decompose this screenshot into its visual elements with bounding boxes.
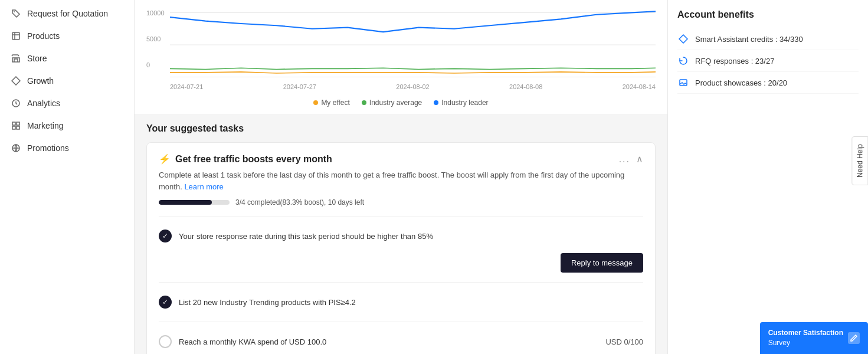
progress-bar-fill: [159, 200, 212, 205]
legend-my-effect: My effect: [313, 99, 349, 107]
sidebar-item-store[interactable]: Store: [0, 47, 134, 70]
sidebar-item-products[interactable]: Products: [0, 25, 134, 47]
box-icon: [11, 31, 21, 41]
check-icon-filled-2: ✓: [159, 296, 172, 309]
survey-label-line1: Customer Satisfaction: [768, 328, 843, 338]
svg-rect-3: [12, 122, 15, 125]
x-label-4: 2024-08-08: [509, 83, 542, 90]
progress-text: 3/4 completed(83.3% boost), 10 days left: [235, 198, 364, 206]
customer-survey-button[interactable]: Customer Satisfaction Survey: [760, 322, 868, 354]
svg-point-0: [14, 11, 15, 12]
account-benefits-title: Account benefits: [677, 9, 859, 20]
task-item-industry-trending: ✓ List 20 new Industry Trending products…: [159, 289, 643, 316]
sidebar-item-marketing[interactable]: Marketing: [0, 114, 134, 137]
sidebar-item-label: Growth: [27, 76, 54, 86]
suggested-tasks-title: Your suggested tasks: [146, 123, 656, 134]
sidebar-item-request-for-quotation[interactable]: Request for Quotation: [0, 2, 134, 25]
x-label-3: 2024-08-02: [396, 83, 429, 90]
sidebar-item-label: Analytics: [27, 99, 60, 108]
task-header-actions: ... ∧: [619, 153, 643, 165]
task-item-text-2: List 20 new Industry Trending products w…: [179, 298, 643, 307]
edit-survey-icon: [848, 332, 860, 344]
svg-rect-11: [680, 80, 687, 86]
sidebar: Request for Quotation Products Store Gro…: [0, 0, 135, 354]
benefit-item-smart-assistant: Smart Assistant credits : 34/330: [677, 28, 859, 50]
benefit-item-rfq: RFQ responses : 23/27: [677, 50, 859, 72]
sidebar-item-analytics[interactable]: Analytics: [0, 92, 134, 114]
benefit-rfq-text: RFQ responses : 23/27: [695, 57, 774, 65]
progress-row: 3/4 completed(83.3% boost), 10 days left: [159, 198, 643, 206]
legend-industry-average: Industry average: [362, 99, 422, 107]
store-icon: [11, 53, 21, 64]
task-card-header: ⚡ Get free traffic boosts every month ..…: [159, 153, 643, 165]
sidebar-item-label: Marketing: [27, 121, 63, 130]
progress-bar: [159, 200, 230, 205]
benefit-smart-assistant-text: Smart Assistant credits : 34/330: [695, 35, 803, 44]
sidebar-item-label: Request for Quotation: [27, 9, 108, 18]
sidebar-item-label: Store: [27, 54, 47, 63]
check-icon-filled-1: ✓: [159, 230, 172, 242]
chart-legend: My effect Industry average Industry lead…: [146, 99, 656, 107]
right-panel: Account benefits Smart Assistant credits…: [667, 0, 868, 354]
main-content: 10000 5000 0 2024-07-21 2024-07-27: [135, 0, 667, 354]
y-label-10000: 10000: [146, 9, 165, 17]
sidebar-item-label: Promotions: [27, 143, 69, 153]
legend-dot-industry-average: [362, 100, 366, 105]
lightning-icon: ⚡: [159, 153, 171, 165]
chart-area: 10000 5000 0 2024-07-21 2024-07-27: [135, 0, 667, 114]
survey-label-line2: Survey: [768, 338, 843, 348]
more-options-button[interactable]: ...: [619, 154, 630, 165]
task-item-kwa-spend: Reach a monthly KWA spend of USD 100.0 U…: [159, 328, 643, 354]
refresh-benefit-icon: [677, 55, 689, 67]
svg-rect-1: [12, 32, 19, 40]
benefit-showcases-text: Product showcases : 20/20: [695, 78, 787, 87]
collapse-button[interactable]: ∧: [636, 153, 643, 165]
y-label-5000: 5000: [146, 35, 165, 42]
benefit-item-showcases: Product showcases : 20/20: [677, 72, 859, 94]
sidebar-item-growth[interactable]: Growth: [0, 70, 134, 92]
task-card: ⚡ Get free traffic boosts every month ..…: [146, 142, 656, 354]
globe-icon: [11, 143, 21, 153]
task-item-response-rate: ✓ Your store response rate during this t…: [159, 222, 643, 250]
task-item-text-1: Your store response rate during this tas…: [179, 232, 643, 241]
svg-rect-4: [17, 122, 19, 125]
x-label-2: 2024-07-27: [283, 83, 316, 90]
legend-label-industry-leader: Industry leader: [441, 99, 488, 107]
task-divider-3: [159, 322, 643, 322]
sidebar-item-label: Products: [27, 31, 60, 41]
task-divider-1: [159, 216, 643, 217]
legend-dot-industry-leader: [434, 100, 438, 105]
task-item-right-3: USD 0/100: [605, 337, 643, 346]
svg-rect-6: [17, 126, 19, 129]
need-help-tab[interactable]: Need Help: [852, 136, 868, 185]
diamond-icon: [11, 76, 21, 86]
checkmark-1: ✓: [162, 232, 168, 240]
sidebar-item-promotions[interactable]: Promotions: [0, 137, 134, 159]
task-item-text-3: Reach a monthly KWA spend of USD 100.0: [179, 337, 598, 346]
reply-button-row: Reply to message: [159, 250, 643, 276]
learn-more-link[interactable]: Learn more: [184, 182, 223, 191]
tag-icon: [11, 8, 21, 19]
chart-y-labels: 10000 5000 0: [146, 9, 165, 68]
task-card-desc: Complete at least 1 task before the last…: [159, 169, 643, 192]
svg-rect-5: [12, 126, 15, 129]
checkmark-2: ✓: [162, 298, 168, 306]
reply-to-message-button[interactable]: Reply to message: [561, 253, 643, 273]
chart-container: 10000 5000 0 2024-07-21 2024-07-27: [146, 9, 656, 95]
legend-dot-my-effect: [313, 100, 318, 105]
diamond-benefit-icon: [677, 33, 689, 45]
grid-icon: [11, 120, 21, 131]
line-chart: [170, 9, 656, 80]
x-label-1: 2024-07-21: [170, 83, 203, 90]
task-card-title: ⚡ Get free traffic boosts every month: [159, 153, 332, 165]
check-icon-empty-3: [159, 335, 172, 348]
x-label-5: 2024-08-14: [623, 83, 656, 90]
task-divider-2: [159, 282, 643, 283]
clock-icon: [11, 98, 21, 109]
legend-label-industry-average: Industry average: [369, 99, 422, 107]
legend-industry-leader: Industry leader: [434, 99, 488, 107]
survey-lines: Customer Satisfaction Survey: [768, 328, 843, 348]
legend-label-my-effect: My effect: [321, 99, 349, 107]
suggested-tasks-section: Your suggested tasks ⚡ Get free traffic …: [135, 114, 667, 354]
y-label-0: 0: [146, 61, 165, 68]
